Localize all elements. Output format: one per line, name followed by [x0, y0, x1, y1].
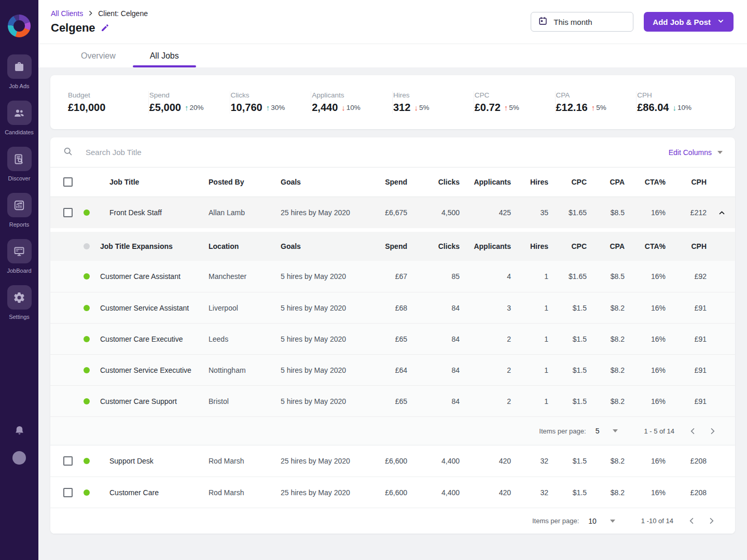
tab-all-jobs[interactable]: All Jobs — [133, 44, 196, 67]
cell-applicants: 4 — [462, 261, 513, 292]
status-dot — [84, 336, 90, 342]
trend-indicator: ↓10% — [341, 103, 361, 112]
expansion-row[interactable]: Customer Care Executive Leeds 5 hires by… — [50, 323, 735, 354]
per-page-dropdown-icon[interactable] — [613, 429, 618, 432]
table-row[interactable]: Customer Care Rod Marsh 25 hires by May … — [50, 477, 735, 508]
prev-page-button[interactable] — [687, 516, 697, 526]
sidebar-item-label: Candidates — [5, 129, 34, 135]
trend-indicator: ↓10% — [672, 103, 691, 112]
next-page-button[interactable] — [707, 516, 716, 526]
sidebar-item-jobboard[interactable]: JobBoard — [7, 239, 31, 274]
col-cpa: CPA — [589, 167, 627, 197]
cell-cta: 16% — [627, 324, 668, 354]
items-per-page-value[interactable]: 5 — [596, 427, 600, 435]
items-per-page-value[interactable]: 10 — [588, 517, 597, 525]
tab-overview[interactable]: Overview — [64, 44, 133, 67]
sidebar-item-candidates[interactable]: Candidates — [5, 101, 34, 135]
sidebar-item-settings[interactable]: Settings — [7, 285, 32, 320]
stat-applicants: Applicants 2,440 ↓10% — [311, 91, 392, 114]
cell-job-title: Customer Care Assistant — [97, 261, 209, 292]
trend-indicator: ↑5% — [591, 103, 606, 112]
trend-arrow-icon: ↓ — [672, 103, 676, 112]
row-checkbox[interactable] — [63, 208, 73, 217]
col-goals: Goals — [281, 167, 372, 197]
cell-cta: 16% — [627, 386, 668, 416]
cell-cpa: $8.2 — [589, 386, 627, 416]
expansion-row[interactable]: Customer Care Assistant Manchester 5 hir… — [50, 261, 735, 292]
expansion-row[interactable]: Customer Service Executive Nottingham 5 … — [50, 354, 735, 385]
cell-cta: 16% — [627, 445, 668, 477]
status-dot — [84, 209, 90, 216]
monitor-icon — [7, 239, 32, 263]
col-job-title-expansions: Job Title Expansions — [97, 232, 209, 261]
add-job-post-button[interactable]: Add Job & Post — [644, 12, 734, 32]
col-cph: CPH — [668, 232, 709, 261]
col-cpc: CPC — [550, 167, 589, 197]
add-job-post-label: Add Job & Post — [653, 18, 711, 26]
sidebar-item-label: Discover — [8, 175, 31, 181]
edit-columns-button[interactable]: Edit Columns — [669, 148, 723, 157]
col-hires: Hires — [513, 167, 550, 197]
user-avatar[interactable] — [12, 451, 26, 465]
stat-budget: Budget £10,000 — [68, 91, 148, 114]
expansion-pagination: Items per page: 5 1 - 5 of 14 — [50, 416, 735, 445]
table-row[interactable]: Support Desk Rod Marsh 25 hires by May 2… — [50, 445, 735, 477]
status-dot — [84, 367, 90, 373]
date-range-picker[interactable]: This month — [531, 12, 633, 32]
per-page-dropdown-icon[interactable] — [610, 520, 615, 523]
col-cph: CPH — [668, 167, 709, 197]
cell-location: Liverpool — [209, 292, 281, 323]
row-checkbox[interactable] — [63, 488, 73, 497]
breadcrumb-all-clients-link[interactable]: All Clients — [51, 9, 83, 18]
cell-hires: 1 — [513, 386, 550, 416]
col-spend: Spend — [372, 232, 409, 261]
expansion-header-row: Job Title Expansions Location Goals Spen… — [50, 232, 735, 261]
status-dot — [84, 243, 90, 249]
app-logo[interactable] — [8, 15, 31, 37]
edit-columns-label: Edit Columns — [669, 148, 712, 157]
cell-hires: 32 — [513, 445, 550, 477]
document-search-icon — [7, 147, 32, 171]
trend-indicator: ↑5% — [504, 103, 519, 112]
row-checkbox[interactable] — [63, 456, 73, 466]
col-applicants: Applicants — [462, 232, 513, 261]
cell-clicks: 84 — [409, 292, 462, 323]
cell-cph: £91 — [668, 386, 709, 416]
cell-cph: £91 — [668, 324, 709, 354]
col-clicks: Clicks — [409, 232, 462, 261]
cell-cpc: $1.5 — [550, 324, 589, 354]
col-hires: Hires — [513, 232, 550, 261]
table-row[interactable]: Front Desk Staff Allan Lamb 25 hires by … — [50, 197, 735, 228]
sidebar-item-job-ads[interactable]: Job Ads — [7, 54, 32, 89]
breadcrumb: All Clients Client: Celgene — [51, 9, 148, 18]
expansion-row[interactable]: Customer Service Assistant Liverpool 5 h… — [50, 292, 735, 323]
cell-cta: 16% — [627, 355, 668, 385]
expansion-row[interactable]: Customer Care Support Bristol 5 hires by… — [50, 385, 735, 416]
breadcrumb-current: Client: Celgene — [98, 9, 148, 18]
notifications-bell-icon[interactable] — [13, 425, 25, 439]
page-title: Celgene — [51, 21, 95, 35]
cell-goals: 25 hires by May 2020 — [281, 477, 372, 508]
cell-hires: 1 — [513, 261, 550, 292]
prev-page-button[interactable] — [688, 426, 698, 436]
col-cpa: CPA — [589, 232, 627, 261]
search-input[interactable] — [86, 148, 669, 157]
sidebar-item-discover[interactable]: Discover — [7, 147, 32, 181]
collapse-row-chevron-up-icon[interactable] — [709, 197, 735, 228]
cell-spend: £68 — [372, 292, 409, 323]
sidebar-item-label: Settings — [9, 314, 30, 320]
cell-cph: £208 — [668, 445, 709, 477]
cell-hires: 32 — [513, 477, 550, 508]
next-page-button[interactable] — [708, 426, 717, 436]
select-all-checkbox[interactable] — [63, 177, 73, 187]
cell-applicants: 420 — [462, 445, 513, 477]
col-location: Location — [209, 232, 281, 261]
edit-title-pencil-icon[interactable] — [101, 23, 109, 32]
cell-spend: £6,675 — [372, 197, 409, 228]
trend-indicator: ↑20% — [185, 103, 204, 112]
sidebar-item-reports[interactable]: Reports — [7, 193, 32, 228]
col-job-title: Job Title — [97, 167, 209, 197]
cell-cta: 16% — [627, 292, 668, 323]
people-icon — [7, 101, 32, 125]
cell-job-title: Front Desk Staff — [97, 197, 209, 228]
